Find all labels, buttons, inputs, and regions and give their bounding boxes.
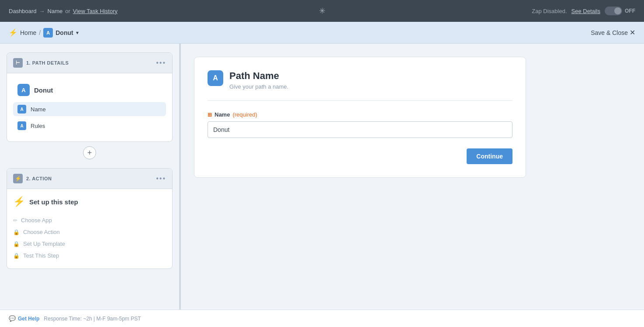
step1-header-left: ⊢ 1. PATH DETAILS [13,58,69,68]
step2-more-button[interactable]: ••• [156,175,166,182]
path-item-name[interactable]: A Name [13,102,166,116]
step1-icon: ⊢ [13,58,23,68]
path-card: A Path Name Give your path a name. ⊞ Nam… [194,57,526,178]
path-heading: A Donut [13,79,166,102]
path-item-name-label: Name [31,106,46,113]
nav-or: or [65,8,70,14]
setup-label: Set up this step [29,198,78,206]
form-footer: Continue [208,148,512,164]
bolt-icon: ⚡ [13,196,25,207]
name-input[interactable] [208,121,512,138]
step2-card: ⚡ 2. ACTION ••• ⚡ Set up this step ✏ Cho… [7,168,173,269]
see-details-link[interactable]: See Details [571,8,600,14]
step2-body: ⚡ Set up this step ✏ Choose App 🔒 Choose… [7,189,172,268]
breadcrumb-left: ⚡ Home / A Donut ▾ [9,28,79,38]
required-icon: ⊞ [208,112,212,118]
path-card-subtitle: Give your path a name. [229,83,288,90]
nav-name: Name [48,8,63,14]
chevron-down-icon[interactable]: ▾ [76,30,79,36]
action-sub-item-setup-template: 🔒 Set Up Template [13,238,166,250]
chat-icon: 💬 [9,315,16,322]
choose-action-label: Choose Action [23,229,60,235]
action-sub-item-choose-action: 🔒 Choose Action [13,226,166,238]
step1-body: A Donut A Name A Rules [7,73,172,141]
zap-icon: ⚡ [9,28,17,37]
name-form-group: ⊞ Name (required) [208,111,512,138]
lock-icon-1: 🔒 [13,229,20,235]
step1-card: ⊢ 1. PATH DETAILS ••• A Donut A Name A R… [7,52,173,142]
breadcrumb-separator: / [39,29,41,36]
continue-button[interactable]: Continue [467,148,512,164]
response-time-text: Response Time: ~2h | M-F 9am-5pm PST [44,316,141,322]
path-card-header-text: Path Name Give your path a name. [229,70,288,90]
dashboard-link[interactable]: Dashboard [9,8,37,14]
step1-title: 1. PATH DETAILS [26,60,69,65]
save-close-button[interactable]: Save & Close ✕ [591,28,635,37]
setup-template-label: Set Up Template [23,241,65,247]
snowflake-icon: ✳ [319,7,325,15]
step2-title: 2. ACTION [26,176,52,181]
action-sub-item-test-step: 🔒 Test This Step [13,250,166,262]
path-item-rules-badge: A [17,121,26,130]
right-panel: A Path Name Give your path a name. ⊞ Nam… [181,44,644,310]
top-nav-center: ✳ [319,6,325,16]
path-card-badge: A [208,70,223,86]
step2-header: ⚡ 2. ACTION ••• [7,169,172,189]
step1-header: ⊢ 1. PATH DETAILS ••• [7,53,172,73]
get-help-label: Get Help [18,316,39,322]
step2-icon: ⚡ [13,174,23,183]
path-heading-badge: A [17,84,30,96]
get-help-button[interactable]: 💬 Get Help [9,315,39,322]
left-panel: ⊢ 1. PATH DETAILS ••• A Donut A Name A R… [0,44,179,310]
add-step-wrapper: + [7,146,173,164]
choose-app-label: Choose App [21,217,52,224]
path-item-rules-label: Rules [31,123,45,129]
action-sub-items: ✏ Choose App 🔒 Choose Action 🔒 Set Up Te… [13,214,166,262]
breadcrumb-app-name: Donut [55,29,73,36]
name-form-label: ⊞ Name (required) [208,111,512,118]
bottom-bar: 💬 Get Help Response Time: ~2h | M-F 9am-… [0,310,644,327]
main-content: ⊢ 1. PATH DETAILS ••• A Donut A Name A R… [0,44,644,310]
breadcrumb-bar: ⚡ Home / A Donut ▾ Save & Close ✕ [0,22,644,44]
step2-header-left: ⚡ 2. ACTION [13,174,52,183]
close-icon: ✕ [630,28,635,37]
action-sub-item-choose-app[interactable]: ✏ Choose App [13,214,166,226]
pencil-icon: ✏ [13,217,17,224]
nav-arrow: → [39,8,45,14]
action-heading: ⚡ Set up this step [13,196,166,207]
toggle-wrapper: OFF [605,7,635,15]
name-label-text: Name [215,111,230,118]
zap-toggle[interactable] [605,7,622,15]
zap-disabled-text: Zap Disabled. [532,8,567,14]
path-heading-name: Donut [34,86,53,94]
path-card-header: A Path Name Give your path a name. [208,70,512,101]
home-link[interactable]: Home [20,29,36,36]
lock-icon-2: 🔒 [13,241,20,247]
top-nav-left: Dashboard → Name or View Task History [9,8,118,14]
add-step-button[interactable]: + [83,146,96,159]
save-close-label: Save & Close [591,29,628,36]
view-history-link[interactable]: View Task History [73,8,118,14]
required-text: (required) [232,111,257,118]
top-nav: Dashboard → Name or View Task History ✳ … [0,0,644,22]
toggle-knob [614,7,621,14]
top-nav-right: Zap Disabled. See Details OFF [532,7,635,15]
path-item-rules[interactable]: A Rules [13,119,166,133]
lock-icon-3: 🔒 [13,253,20,259]
breadcrumb-app-badge: A [43,28,53,38]
path-item-name-badge: A [17,105,26,114]
step1-more-button[interactable]: ••• [156,59,166,67]
test-step-label: Test This Step [23,252,59,259]
path-card-title: Path Name [229,70,288,82]
off-label: OFF [625,8,635,14]
